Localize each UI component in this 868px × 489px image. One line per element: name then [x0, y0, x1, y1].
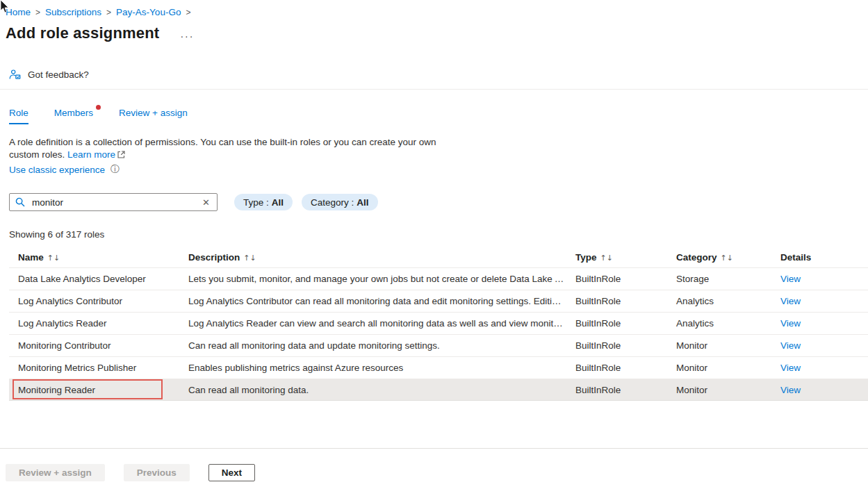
tab-bar: Role Members Review + assign: [9, 108, 868, 124]
column-header-description-label: Description: [188, 252, 240, 263]
role-category-cell: Analytics: [667, 296, 771, 306]
breadcrumb-pay-as-you-go[interactable]: Pay-As-You-Go: [116, 7, 181, 17]
role-description-cell: Can read all monitoring data and update …: [179, 340, 566, 351]
review-assign-button[interactable]: Review + assign: [6, 464, 105, 481]
breadcrumb-subscriptions[interactable]: Subscriptions: [45, 7, 101, 17]
type-filter-pill[interactable]: Type : All: [234, 194, 293, 210]
sort-icon: ↑↓: [47, 254, 60, 263]
view-details-link[interactable]: View: [780, 274, 801, 284]
role-description-text: A role definition is a collection of per…: [9, 136, 868, 160]
intro-line2: custom roles.: [9, 149, 65, 160]
command-bar-divider: [0, 89, 868, 90]
role-category-cell: Monitor: [667, 363, 771, 373]
tab-members[interactable]: Members: [54, 108, 93, 124]
breadcrumb-separator: >: [186, 8, 190, 17]
column-header-type-label: Type: [575, 252, 597, 263]
column-header-description[interactable]: Description↑↓: [179, 252, 566, 263]
feedback-icon: [9, 69, 21, 81]
tab-role[interactable]: Role: [9, 108, 28, 124]
more-options-icon[interactable]: ···: [180, 27, 194, 40]
footer-actions: Review + assign Previous Next: [6, 464, 255, 481]
external-link-icon: [117, 151, 125, 158]
role-description-cell: Lets you submit, monitor, and manage you…: [179, 274, 566, 284]
breadcrumb-separator: >: [106, 8, 111, 17]
table-row-selected[interactable]: Monitoring Reader Can read all monitorin…: [9, 379, 868, 401]
learn-more-link[interactable]: Learn more: [67, 149, 115, 160]
page-title: Add role assignment: [6, 24, 159, 42]
view-details-link[interactable]: View: [780, 318, 801, 329]
role-type-cell: BuiltInRole: [566, 296, 667, 306]
results-summary: Showing 6 of 317 roles: [9, 229, 868, 240]
type-filter-value: All: [272, 197, 284, 208]
table-header-row: Name↑↓ Description↑↓ Type↑↓ Category↑↓ D…: [9, 247, 868, 267]
role-name-cell: Monitoring Contributor: [9, 335, 179, 356]
clear-search-icon[interactable]: ✕: [201, 197, 211, 208]
column-header-type[interactable]: Type↑↓: [566, 252, 667, 263]
role-type-cell: BuiltInRole: [566, 340, 667, 351]
table-row[interactable]: Log Analytics Reader Log Analytics Reade…: [9, 312, 868, 334]
category-filter-label: Category :: [311, 197, 354, 208]
tab-review-assign-label: Review + assign: [119, 108, 188, 118]
role-search-box[interactable]: ✕: [9, 193, 218, 211]
role-name-cell: Monitoring Metrics Publisher: [9, 357, 179, 379]
next-button[interactable]: Next: [208, 464, 255, 481]
role-name-cell: Log Analytics Contributor: [9, 290, 179, 312]
use-classic-experience-link[interactable]: Use classic experience: [9, 165, 105, 175]
role-category-cell: Monitor: [667, 385, 771, 395]
table-row[interactable]: Data Lake Analytics Developer Lets you s…: [9, 267, 868, 290]
sort-icon: ↑↓: [600, 254, 613, 263]
role-type-cell: BuiltInRole: [566, 274, 667, 284]
search-icon: [15, 197, 25, 207]
role-description-cell: Log Analytics Reader can view and search…: [179, 318, 566, 329]
role-type-cell: BuiltInRole: [566, 385, 667, 395]
column-header-details-label: Details: [780, 252, 811, 263]
role-type-cell: BuiltInRole: [566, 318, 667, 329]
role-name-cell: Monitoring Reader: [9, 379, 179, 400]
command-bar: Got feedback?: [9, 66, 868, 83]
view-details-link[interactable]: View: [780, 296, 801, 306]
tab-members-label: Members: [54, 108, 93, 118]
info-icon[interactable]: ⓘ: [110, 163, 120, 176]
role-description-cell: Enables publishing metrics against Azure…: [179, 363, 566, 373]
intro-line1: A role definition is a collection of per…: [9, 137, 436, 147]
role-category-cell: Storage: [667, 274, 771, 284]
column-header-category-label: Category: [676, 252, 717, 263]
table-row[interactable]: Log Analytics Contributor Log Analytics …: [9, 290, 868, 312]
column-header-name[interactable]: Name↑↓: [9, 252, 179, 263]
previous-button[interactable]: Previous: [124, 464, 190, 481]
mouse-cursor: [0, 0, 10, 14]
breadcrumb-separator: >: [35, 8, 40, 17]
sort-icon: ↑↓: [243, 254, 256, 263]
column-header-name-label: Name: [18, 252, 44, 263]
table-row[interactable]: Monitoring Contributor Can read all moni…: [9, 334, 868, 356]
role-category-cell: Analytics: [667, 318, 771, 329]
got-feedback-button[interactable]: Got feedback?: [28, 69, 89, 80]
sort-icon: ↑↓: [721, 254, 733, 263]
view-details-link[interactable]: View: [780, 340, 801, 351]
column-header-category[interactable]: Category↑↓: [667, 252, 771, 263]
breadcrumb: Home>Subscriptions>Pay-As-You-Go>: [0, 0, 868, 17]
role-name-cell: Data Lake Analytics Developer: [9, 268, 179, 290]
tab-role-label: Role: [9, 108, 28, 118]
members-unsaved-dot: [96, 105, 101, 110]
role-description-cell: Can read all monitoring data.: [179, 385, 566, 395]
view-details-link[interactable]: View: [780, 363, 801, 373]
category-filter-pill[interactable]: Category : All: [302, 194, 378, 210]
tab-review-assign[interactable]: Review + assign: [119, 108, 188, 124]
role-name-cell: Log Analytics Reader: [9, 313, 179, 334]
footer-divider: [0, 448, 868, 449]
roles-table: Name↑↓ Description↑↓ Type↑↓ Category↑↓ D…: [9, 247, 868, 401]
role-description-cell: Log Analytics Contributor can read all m…: [179, 296, 566, 306]
view-details-link[interactable]: View: [780, 385, 801, 395]
type-filter-label: Type :: [243, 197, 269, 208]
table-row[interactable]: Monitoring Metrics Publisher Enables pub…: [9, 356, 868, 379]
role-type-cell: BuiltInRole: [566, 363, 667, 373]
search-input[interactable]: [31, 197, 201, 208]
category-filter-value: All: [357, 197, 368, 208]
column-header-details: Details: [771, 252, 868, 263]
role-category-cell: Monitor: [667, 340, 771, 351]
